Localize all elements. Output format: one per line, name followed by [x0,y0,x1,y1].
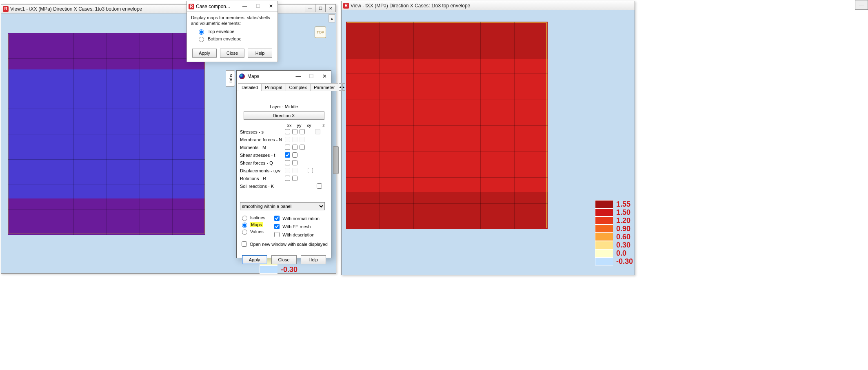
row-displacements: Displacements - u,w [240,167,328,174]
membrane-yy-check [292,137,297,142]
stresses-z-check [315,129,320,134]
close-button[interactable]: Close [220,49,244,58]
color-scale-right: 1.55 1.50 1.20 0.90 0.60 0.30 0.0 -0.30 [595,200,633,265]
membrane-xy-check [300,137,305,142]
apply-button[interactable]: Apply [242,255,267,264]
maximize-button[interactable]: ☐ [315,4,326,12]
isolines-radio[interactable]: Isolines [240,214,265,221]
scale-swatch [595,233,613,241]
close-button[interactable]: Close [271,255,297,264]
stresses-xx-check[interactable] [285,129,290,134]
open-new-window-check[interactable]: Open new window with scale displayed [240,240,328,248]
viewport-right[interactable] [342,10,635,275]
stresses-yy-check[interactable] [292,129,297,134]
row-membrane: Membrane forces - N [240,136,328,143]
top-envelope-radio[interactable]: Top envelope [197,28,273,35]
values-radio[interactable]: Values [240,228,265,235]
bottom-envelope-radio[interactable]: Bottom envelope [197,36,273,42]
title-right: View - tXX (MPa) Direction X Cases: 1to3… [351,3,470,9]
shearstr-xx-check[interactable] [285,152,290,158]
scale-swatch [595,257,613,265]
column-headers: xx yy xy z [286,123,328,128]
titlebar-right[interactable]: R View - tXX (MPa) Direction X Cases: 1t… [342,1,635,10]
membrane-xx-check [285,137,290,142]
close-button[interactable]: ✕ [325,4,336,12]
moments-xy-check[interactable] [300,145,305,150]
maps-tabs: Detailed Principal Complex Parameter ◂ ▸ [237,82,331,91]
case-dialog-titlebar[interactable]: R Case compon... — ☐ ✕ [187,1,277,12]
tab-parameters[interactable]: Parameter [310,83,338,91]
maximize-button: ☐ [251,1,264,11]
vertical-scrollbar[interactable] [333,146,339,174]
tab-detailed[interactable]: Detailed [238,83,262,91]
scroll-up-icon[interactable]: ▴ [329,14,335,22]
scale-swatch [595,216,613,225]
disp-z-check[interactable] [308,168,313,173]
row-moments: Moments - M [240,143,328,151]
soil-z-check[interactable] [317,183,322,189]
row-stresses: Stresses - s [240,128,328,136]
close-button[interactable]: ✕ [264,1,277,11]
scale-swatch [595,225,613,233]
direction-button[interactable]: Direction X [244,111,324,120]
minimize-button[interactable]: — [238,1,251,11]
help-button[interactable]: Help [248,49,272,58]
tab-principal[interactable]: Principal [261,83,286,91]
stress-map-plot-right [346,22,548,229]
robot-app-icon: R [3,6,9,12]
moments-yy-check[interactable] [292,145,297,150]
shearstr-yy-check[interactable] [292,152,297,158]
tabs-side-handle[interactable]: tabs [226,70,235,87]
row-soil: Soil reactions - K [240,182,328,190]
maps-radio[interactable]: Maps [240,221,265,228]
case-dialog-title: Case compon... [196,4,230,9]
title-left: View:1 - tXX (MPa) Direction X Cases: 1t… [10,6,142,12]
close-button[interactable]: ✕ [318,71,331,81]
scale-value: 0.60 [616,233,630,241]
tab-complex[interactable]: Complex [286,83,311,91]
maps-dialog: Maps — ☐ ✕ Detailed Principal Complex Pa… [236,70,331,258]
disp-yy-check [292,168,297,173]
minimize-button[interactable]: — [855,0,868,10]
scale-value: 1.55 [616,200,630,209]
stress-map-plot-left [8,33,205,235]
help-button[interactable]: Help [301,255,326,264]
scale-value: 0.90 [616,225,630,233]
shearf-xx-check[interactable] [285,160,290,165]
case-dialog-desc: Display maps for members, slabs/shells a… [191,15,273,27]
with-description-check[interactable]: With description [273,231,319,238]
maps-title: Maps [247,74,259,79]
scale-value: -0.30 [616,257,633,266]
robot-app-icon: R [343,3,349,9]
rot-yy-check[interactable] [292,176,297,181]
layer-label: Layer : Middle [240,104,328,109]
apply-button[interactable]: Apply [192,49,217,58]
minimize-button[interactable]: — [305,4,315,12]
scale-swatch [595,208,613,216]
row-shear-forces: Shear forces - Q [240,159,328,167]
shearf-yy-check[interactable] [292,160,297,165]
tab-nav-right-icon[interactable]: ▸ [342,83,345,91]
case-component-dialog: R Case compon... — ☐ ✕ Display maps for … [186,1,278,62]
view-window-top-envelope: R View - tXX (MPa) Direction X Cases: 1t… [341,1,635,275]
rot-xx-check[interactable] [285,176,290,181]
tab-nav-left-icon[interactable]: ◂ [339,83,342,91]
maximize-button: ☐ [305,71,318,81]
scale-value: 0.0 [616,249,626,258]
scale-value: 0.30 [616,241,630,250]
titlebar-left[interactable]: R View:1 - tXX (MPa) Direction X Cases: … [1,4,336,13]
stresses-xy-check[interactable] [300,129,305,134]
scale-swatch [595,241,613,249]
moments-xx-check[interactable] [285,145,290,150]
row-shear-stresses: Shear stresses - t [240,151,328,159]
maps-app-icon [239,74,245,79]
minimize-button[interactable]: — [292,71,305,81]
smoothing-select[interactable]: smoothing within a panel [240,202,325,210]
with-normalization-check[interactable]: With normalization [273,214,319,222]
top-orientation-badge[interactable]: TOP [315,27,326,38]
disp-xx-check [285,168,290,173]
scale-value: 1.20 [616,216,630,225]
robot-app-icon: R [189,4,194,9]
maps-titlebar[interactable]: Maps — ☐ ✕ [237,71,331,82]
with-fe-mesh-check[interactable]: With FE mesh [273,223,319,230]
